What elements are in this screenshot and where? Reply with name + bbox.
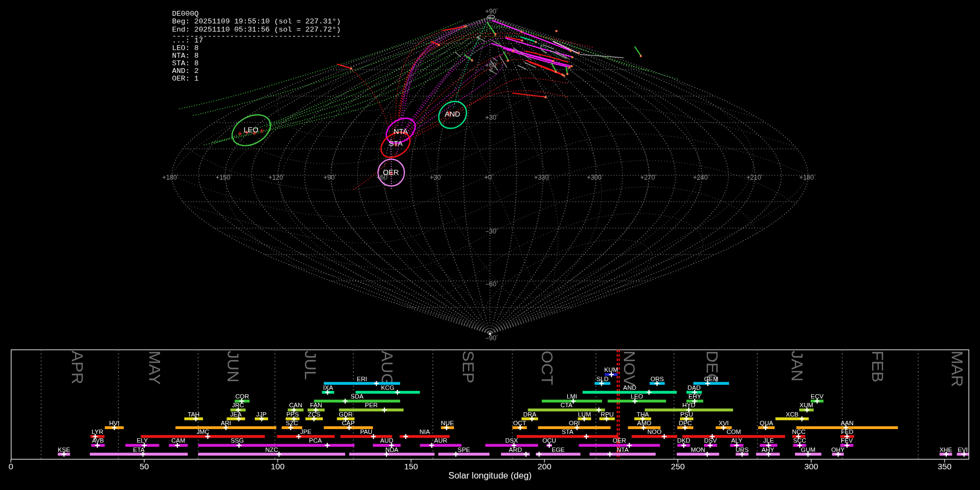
svg-text:+180°: +180°: [162, 174, 179, 181]
svg-text:FAN: FAN: [310, 402, 322, 408]
svg-text:JAN: JAN: [788, 351, 806, 382]
svg-text:NOV: NOV: [621, 351, 639, 386]
svg-text:JRC: JRC: [232, 402, 244, 408]
svg-text:250: 250: [671, 462, 685, 471]
svg-text:QUA: QUA: [759, 420, 773, 426]
svg-text:ECV: ECV: [811, 393, 824, 400]
svg-text:STA: 8: STA: 8: [172, 59, 199, 68]
svg-text:DSV: DSV: [704, 437, 717, 444]
svg-text:350: 350: [938, 462, 952, 471]
svg-text:THA: THA: [636, 411, 649, 418]
svg-text:JJP: JJP: [256, 411, 267, 418]
svg-text:ERI: ERI: [357, 376, 367, 382]
svg-text:JUN: JUN: [224, 351, 242, 382]
svg-text:200: 200: [537, 462, 552, 471]
svg-text:COR: COR: [235, 393, 249, 400]
svg-text:KUM: KUM: [604, 366, 618, 373]
svg-text:AUR: AUR: [434, 437, 447, 444]
svg-text:LEO: 8: LEO: 8: [172, 44, 199, 52]
svg-text:LYR: LYR: [91, 428, 103, 435]
svg-text:XUM: XUM: [800, 402, 813, 408]
svg-text:NDA: NDA: [385, 446, 399, 453]
svg-text:+180°: +180°: [799, 174, 816, 181]
svg-text:SDA: SDA: [351, 393, 364, 400]
svg-text:CAN: CAN: [289, 402, 302, 408]
svg-text:OCT: OCT: [538, 351, 556, 385]
svg-text:0: 0: [9, 462, 14, 471]
svg-text:ARI: ARI: [220, 420, 231, 426]
svg-text:PAU: PAU: [360, 428, 372, 435]
svg-text:LEO: LEO: [630, 393, 643, 400]
svg-text:300: 300: [804, 462, 818, 471]
svg-text:...: 17: ...: 17: [172, 36, 203, 45]
svg-text:SZC: SZC: [286, 420, 298, 426]
svg-text:XHE: XHE: [939, 446, 952, 453]
svg-text:100: 100: [271, 462, 285, 471]
svg-text:KCG: KCG: [381, 384, 395, 391]
svg-text:XCB: XCB: [786, 411, 798, 418]
svg-text:HVI: HVI: [109, 420, 119, 426]
svg-text:EGE: EGE: [552, 446, 565, 453]
svg-text:+30°: +30°: [430, 174, 443, 181]
svg-text:LUM: LUM: [578, 411, 591, 418]
svg-text:ETA: ETA: [133, 446, 145, 453]
svg-text:Beg: 20251109 19:55:10 (sol =: Beg: 20251109 19:55:10 (sol = 227.31°): [172, 17, 341, 26]
svg-text:−90°: −90°: [485, 334, 498, 342]
svg-text:HYD: HYD: [682, 402, 695, 408]
svg-text:GUM: GUM: [801, 446, 816, 453]
svg-text:SPE: SPE: [458, 446, 470, 453]
svg-text:NTA: 8: NTA: 8: [172, 52, 199, 60]
svg-text:STA: STA: [562, 428, 574, 435]
svg-text:ORS: ORS: [651, 376, 664, 382]
svg-text:EVI: EVI: [958, 446, 967, 453]
svg-text:LEO: LEO: [243, 126, 258, 134]
svg-text:+210°: +210°: [746, 174, 763, 181]
svg-text:SEP: SEP: [460, 351, 477, 383]
svg-text:SSG: SSG: [231, 437, 244, 444]
svg-text:OHY: OHY: [831, 446, 845, 453]
svg-text:ALY: ALY: [731, 437, 743, 444]
svg-text:XVI: XVI: [719, 420, 728, 426]
svg-text:JLE: JLE: [763, 437, 774, 444]
svg-text:RPU: RPU: [601, 411, 614, 418]
svg-text:AVB: AVB: [92, 437, 104, 444]
svg-text:DAD: DAD: [688, 384, 701, 391]
svg-text:IXA: IXA: [323, 384, 333, 391]
svg-text:LMI: LMI: [567, 393, 577, 400]
svg-text:+330°: +330°: [534, 174, 550, 181]
svg-text:AUG: AUG: [378, 351, 396, 386]
svg-text:AND: AND: [623, 384, 636, 391]
svg-text:AHY: AHY: [762, 446, 775, 453]
svg-text:AND: AND: [445, 110, 461, 118]
svg-text:OER: OER: [383, 168, 399, 176]
svg-text:MON: MON: [691, 446, 706, 453]
svg-text:JPE: JPE: [300, 428, 311, 435]
svg-text:+300°: +300°: [587, 174, 603, 181]
svg-text:+90°: +90°: [485, 8, 498, 15]
svg-text:URS: URS: [736, 446, 749, 453]
svg-text:AMO: AMO: [637, 420, 651, 426]
svg-text:DPC: DPC: [679, 420, 692, 426]
svg-text:+30°: +30°: [485, 114, 498, 121]
svg-text:OER: OER: [612, 437, 626, 444]
svg-text:PCA: PCA: [309, 437, 322, 444]
svg-text:JEA: JEA: [230, 411, 242, 418]
svg-text:FEB: FEB: [869, 351, 887, 382]
svg-text:FED: FED: [841, 428, 854, 435]
svg-text:MAR: MAR: [948, 351, 966, 387]
svg-text:AUD: AUD: [380, 437, 393, 444]
svg-text:ZCS: ZCS: [308, 411, 321, 418]
svg-text:SCC: SCC: [793, 437, 806, 444]
svg-text:NIA: NIA: [420, 428, 430, 435]
svg-text:−60°: −60°: [485, 280, 498, 288]
svg-text:PER: PER: [365, 402, 377, 408]
svg-text:APR: APR: [69, 351, 87, 384]
svg-text:Solar longitude (deg): Solar longitude (deg): [448, 470, 531, 480]
svg-text:PPS: PPS: [286, 411, 299, 418]
svg-text:NZC: NZC: [265, 446, 278, 453]
svg-text:+270°: +270°: [640, 174, 657, 181]
svg-text:NOO: NOO: [647, 428, 661, 435]
svg-text:SLD: SLD: [597, 376, 609, 382]
svg-text:OER: 1: OER: 1: [172, 75, 199, 83]
svg-text:−30°: −30°: [485, 228, 498, 235]
